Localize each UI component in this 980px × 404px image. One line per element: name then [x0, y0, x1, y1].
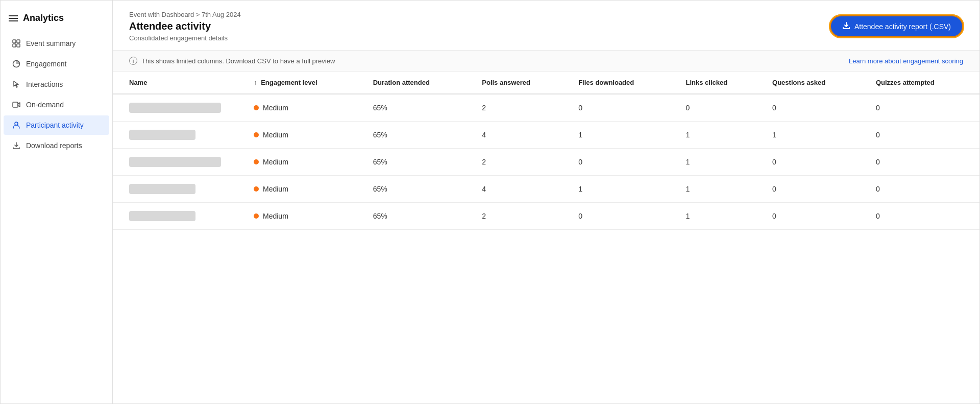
sidebar-item-on-demand[interactable]: On-demand [4, 95, 109, 114]
cell-duration: 65% [365, 203, 474, 230]
cell-files: 0 [570, 203, 677, 230]
attendee-table: Name ↑ Engagement level Duration attende… [113, 72, 979, 230]
name-placeholder [129, 103, 221, 113]
page-header: Event with Dashboard > 7th Aug 2024 Atte… [113, 1, 979, 51]
breadcrumb: Event with Dashboard > 7th Aug 2024 [129, 11, 241, 18]
svg-rect-3 [17, 44, 20, 47]
cell-quizzes: 0 [868, 176, 979, 203]
video-icon [12, 100, 21, 109]
info-bar-left: i This shows limited columns. Download C… [129, 57, 335, 65]
table-body: Medium 65% 2 0 0 0 0 Medium 65% 4 1 1 [113, 94, 979, 230]
cell-links: 1 [678, 122, 765, 149]
sidebar-item-engagement[interactable]: Engagement [4, 54, 109, 74]
engagement-dot [254, 213, 259, 219]
info-icon: i [129, 57, 137, 65]
cell-name [113, 203, 246, 230]
download-btn-label: Attendee activity report (.CSV) [854, 22, 951, 31]
sidebar-item-label: On-demand [26, 101, 64, 109]
name-placeholder [129, 130, 195, 140]
sidebar-item-label: Participant activity [26, 121, 84, 129]
grid-icon [12, 39, 21, 48]
pie-icon [12, 59, 21, 68]
cell-files: 0 [570, 149, 677, 176]
col-links: Links clicked [678, 72, 765, 94]
sidebar-header: Analytics [1, 9, 112, 34]
cell-quizzes: 0 [868, 149, 979, 176]
table-row: Medium 65% 4 1 1 0 0 [113, 176, 979, 203]
cell-polls: 2 [474, 94, 570, 122]
svg-rect-1 [17, 40, 20, 43]
cell-name [113, 149, 246, 176]
sidebar-item-label: Event summary [26, 39, 76, 47]
svg-point-6 [15, 122, 18, 125]
info-bar: i This shows limited columns. Download C… [113, 51, 979, 72]
learn-more-link[interactable]: Learn more about engagement scoring [849, 57, 963, 65]
cell-questions: 0 [764, 94, 868, 122]
sidebar-item-label: Engagement [26, 60, 66, 68]
page-subtitle: Consolidated engagement details [129, 34, 241, 42]
sidebar-item-label: Download reports [26, 141, 82, 150]
engagement-dot [254, 186, 259, 192]
table-container[interactable]: Name ↑ Engagement level Duration attende… [113, 72, 979, 403]
engagement-dot [254, 132, 259, 137]
engagement-dot [254, 159, 259, 164]
cell-duration: 65% [365, 122, 474, 149]
cell-quizzes: 0 [868, 122, 979, 149]
hamburger-icon[interactable] [9, 15, 18, 21]
cell-duration: 65% [365, 176, 474, 203]
sidebar-item-label: Interactions [26, 80, 63, 88]
cell-links: 1 [678, 203, 765, 230]
svg-rect-0 [13, 40, 16, 43]
sidebar-item-participant-activity[interactable]: Participant activity [4, 115, 109, 135]
cell-links: 1 [678, 149, 765, 176]
cell-engagement: Medium [246, 149, 365, 176]
engagement-dot [254, 105, 259, 110]
page-title: Attendee activity [129, 20, 241, 32]
table-row: Medium 65% 2 0 1 0 0 [113, 203, 979, 230]
col-name: Name [113, 72, 246, 94]
download-csv-button[interactable]: Attendee activity report (.CSV) [830, 15, 963, 37]
cell-engagement: Medium [246, 203, 365, 230]
cell-duration: 65% [365, 94, 474, 122]
cell-name [113, 122, 246, 149]
cell-questions: 0 [764, 149, 868, 176]
name-placeholder [129, 211, 195, 221]
main-content: Event with Dashboard > 7th Aug 2024 Atte… [113, 1, 979, 403]
table-row: Medium 65% 2 0 0 0 0 [113, 94, 979, 122]
person-icon [12, 121, 21, 130]
svg-rect-2 [13, 44, 16, 47]
engagement-label: Medium [263, 158, 288, 166]
col-engagement[interactable]: ↑ Engagement level [246, 72, 365, 94]
engagement-label: Medium [263, 104, 288, 112]
page-header-left: Event with Dashboard > 7th Aug 2024 Atte… [129, 11, 241, 42]
col-files: Files downloaded [570, 72, 677, 94]
info-bar-message: This shows limited columns. Download CSV… [141, 57, 335, 65]
table-row: Medium 65% 4 1 1 1 0 [113, 122, 979, 149]
download-btn-icon [842, 21, 850, 31]
cell-questions: 0 [764, 176, 868, 203]
name-placeholder [129, 184, 195, 194]
sort-icon: ↑ [254, 79, 257, 86]
sidebar-item-event-summary[interactable]: Event summary [4, 34, 109, 53]
sidebar-item-interactions[interactable]: Interactions [4, 75, 109, 94]
cell-files: 1 [570, 176, 677, 203]
cell-files: 1 [570, 122, 677, 149]
name-placeholder [129, 157, 221, 167]
cell-engagement: Medium [246, 176, 365, 203]
app-title: Analytics [23, 13, 64, 23]
col-quizzes: Quizzes attempted [868, 72, 979, 94]
sidebar: Analytics Event summary [1, 1, 113, 403]
cell-polls: 2 [474, 203, 570, 230]
cell-polls: 2 [474, 149, 570, 176]
table-header: Name ↑ Engagement level Duration attende… [113, 72, 979, 94]
col-questions: Questions asked [764, 72, 868, 94]
cell-polls: 4 [474, 176, 570, 203]
cell-duration: 65% [365, 149, 474, 176]
cell-links: 1 [678, 176, 765, 203]
engagement-label: Medium [263, 212, 288, 220]
download-icon [12, 141, 21, 150]
engagement-label: Medium [263, 185, 288, 193]
svg-rect-5 [13, 102, 18, 107]
sidebar-item-download-reports[interactable]: Download reports [4, 136, 109, 155]
cell-polls: 4 [474, 122, 570, 149]
